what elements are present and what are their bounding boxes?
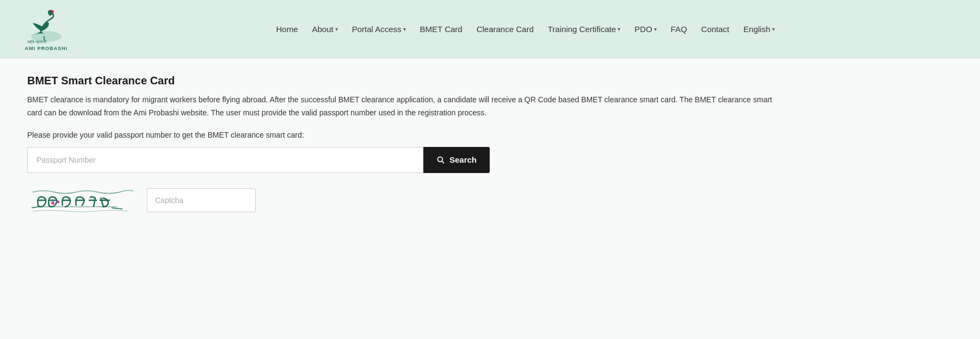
nav-english[interactable]: English ▾ <box>738 21 780 37</box>
nav-about[interactable]: About ▾ <box>307 21 343 37</box>
nav-training-cert[interactable]: Training Certificate ▾ <box>543 21 626 37</box>
main-nav: Home About ▾ Portal Access ▾ BMET Card C… <box>93 21 958 37</box>
nav-home[interactable]: Home <box>271 21 304 37</box>
page-title: BMET Smart Clearance Card <box>27 75 953 87</box>
svg-line-17 <box>112 208 122 209</box>
captcha-svg <box>27 184 136 217</box>
svg-point-9 <box>51 201 54 205</box>
search-row: Search <box>27 147 490 173</box>
search-button[interactable]: Search <box>423 147 490 173</box>
english-chevron-icon: ▾ <box>772 26 775 32</box>
prompt-text: Please provide your valid passport numbe… <box>27 131 953 139</box>
site-header: আমি প্রবাসী AMI PROBASHI Home About ▾ Po… <box>0 0 980 58</box>
description-text: BMET clearance is mandatory for migrant … <box>27 94 789 120</box>
captcha-image <box>27 184 136 217</box>
captcha-input[interactable] <box>147 188 256 212</box>
nav-faq[interactable]: FAQ <box>665 21 693 37</box>
logo-image: আমি প্রবাসী <box>24 7 68 45</box>
nav-clearance-card[interactable]: Clearance Card <box>471 21 539 37</box>
main-content: BMET Smart Clearance Card BMET clearance… <box>0 58 980 339</box>
svg-text:আমি প্রবাসী: আমি প্রবাসী <box>27 39 47 45</box>
svg-line-16 <box>32 207 38 208</box>
about-chevron-icon: ▾ <box>335 26 338 32</box>
nav-pdo[interactable]: PDO ▾ <box>629 21 662 37</box>
nav-bmet-card[interactable]: BMET Card <box>415 21 468 37</box>
logo-subtext: AMI PROBASHI <box>25 46 68 51</box>
training-chevron-icon: ▾ <box>618 26 620 32</box>
captcha-row <box>27 184 953 217</box>
svg-point-2 <box>51 10 54 13</box>
nav-portal-access[interactable]: Portal Access ▾ <box>347 21 411 37</box>
logo[interactable]: আমি প্রবাসী AMI PROBASHI <box>22 7 71 51</box>
search-button-label: Search <box>449 155 477 164</box>
svg-point-10 <box>57 200 60 203</box>
passport-number-input[interactable] <box>27 147 423 173</box>
search-icon <box>436 156 445 164</box>
pdo-chevron-icon: ▾ <box>654 26 657 32</box>
svg-line-6 <box>442 161 444 163</box>
portal-chevron-icon: ▾ <box>403 26 406 32</box>
nav-contact[interactable]: Contact <box>696 21 735 37</box>
